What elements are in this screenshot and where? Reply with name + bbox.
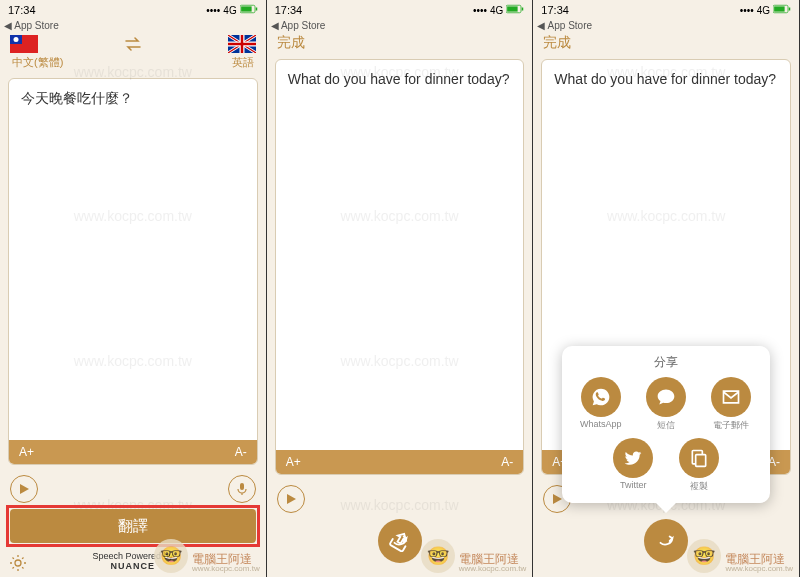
status-bar: 17:34 •••• 4G [533, 0, 799, 20]
share-popover: 分享 WhatsApp 短信 電子郵件 Twitter 複製 [562, 346, 770, 503]
status-time: 17:34 [8, 4, 36, 16]
font-size-bar: A+ A- [9, 440, 257, 464]
swap-languages-button[interactable] [120, 35, 146, 53]
share-button[interactable] [644, 519, 688, 563]
status-time: 17:34 [275, 4, 303, 16]
share-item-whatsapp[interactable]: WhatsApp [580, 377, 622, 432]
speech-credit: Speech Powered by NUANCE [0, 549, 266, 577]
network-type: 4G [490, 5, 503, 16]
battery-icon [773, 4, 791, 16]
svg-rect-13 [774, 6, 785, 11]
svg-rect-11 [522, 8, 524, 11]
play-button[interactable] [277, 485, 305, 513]
status-bar: 17:34 •••• 4G [267, 0, 533, 20]
svg-rect-7 [240, 483, 244, 490]
twitter-icon [613, 438, 653, 478]
battery-icon [506, 4, 524, 16]
svg-rect-15 [696, 455, 706, 467]
font-size-bar: A+ A- [276, 450, 524, 474]
network-type: 4G [223, 5, 236, 16]
target-flag-icon[interactable] [228, 35, 256, 53]
font-decrease-button[interactable]: A- [501, 455, 513, 469]
message-icon [646, 377, 686, 417]
back-to-app-link[interactable]: ◀ App Store [537, 20, 799, 31]
back-to-app-link[interactable]: ◀ App Store [271, 20, 533, 31]
play-button[interactable] [10, 475, 38, 503]
source-flag-icon[interactable] [10, 35, 38, 53]
svg-point-5 [14, 37, 19, 42]
copy-icon [679, 438, 719, 478]
font-decrease-button[interactable]: A- [235, 445, 247, 459]
share-item-twitter[interactable]: Twitter [613, 438, 653, 493]
settings-button[interactable] [8, 553, 28, 573]
share-popover-title: 分享 [570, 354, 762, 371]
whatsapp-icon [581, 377, 621, 417]
signal-icon: •••• [740, 5, 754, 16]
share-item-copy[interactable]: 複製 [679, 438, 719, 493]
output-text: What do you have for dinner today? [276, 60, 524, 450]
screenshot-1: www.kocpc.com.twwww.kocpc.com.twwww.kocp… [0, 0, 267, 577]
svg-rect-14 [789, 8, 791, 11]
svg-rect-2 [255, 8, 257, 11]
signal-icon: •••• [206, 5, 220, 16]
font-increase-button[interactable]: A+ [19, 445, 34, 459]
input-text[interactable]: 今天晚餐吃什麼？ [9, 79, 257, 440]
microphone-button[interactable] [228, 475, 256, 503]
share-item-sms[interactable]: 短信 [646, 377, 686, 432]
svg-point-8 [15, 560, 21, 566]
done-button[interactable]: 完成 [277, 34, 305, 52]
battery-icon [240, 4, 258, 16]
back-to-app-link[interactable]: ◀ App Store [4, 20, 266, 31]
translate-button[interactable]: 翻譯 [10, 509, 256, 543]
input-panel: 今天晚餐吃什麼？ A+ A- [8, 78, 258, 465]
status-time: 17:34 [541, 4, 569, 16]
status-bar: 17:34 •••• 4G [0, 0, 266, 20]
signal-icon: •••• [473, 5, 487, 16]
done-button[interactable]: 完成 [543, 34, 571, 52]
mail-icon [711, 377, 751, 417]
network-type: 4G [757, 5, 770, 16]
screenshot-3: www.kocpc.com.twwww.kocpc.com.twwww.kocp… [533, 0, 800, 577]
target-language-label[interactable]: 英語 [232, 55, 254, 70]
svg-rect-1 [241, 6, 252, 11]
source-language-label[interactable]: 中文(繁體) [12, 55, 63, 70]
share-button[interactable] [378, 519, 422, 563]
share-item-email[interactable]: 電子郵件 [711, 377, 751, 432]
font-increase-button[interactable]: A+ [286, 455, 301, 469]
screenshot-2: www.kocpc.com.twwww.kocpc.com.twwww.kocp… [267, 0, 534, 577]
svg-rect-10 [507, 6, 518, 11]
output-panel: What do you have for dinner today? A+ A- [275, 59, 525, 475]
